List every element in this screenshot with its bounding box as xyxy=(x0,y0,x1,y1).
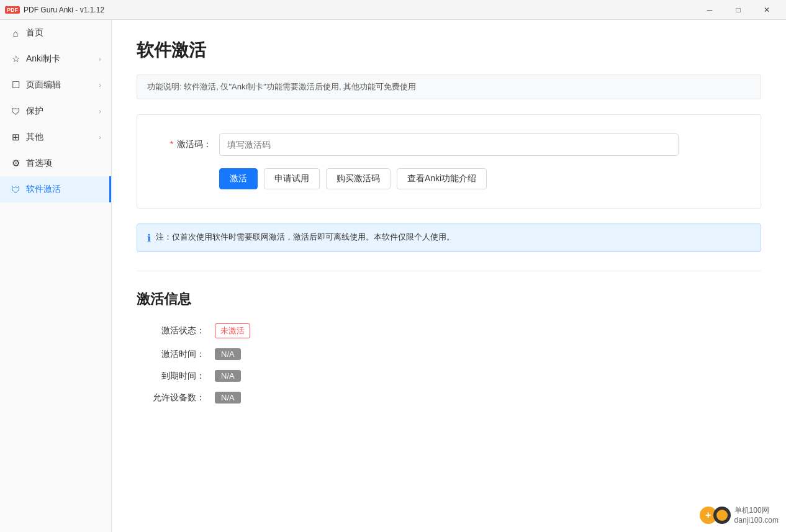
titlebar: PDF PDF Guru Anki - v1.1.12 ─ □ ✕ xyxy=(0,0,786,20)
sidebar-label-anki: Anki制卡 xyxy=(26,53,60,65)
main-content: 软件激活 功能说明: 软件激活, 仅"Anki制卡"功能需要激活后使用, 其他功… xyxy=(112,20,786,532)
watermark-logo: + xyxy=(700,507,731,524)
sidebar-item-home[interactable]: ⌂ 首页 xyxy=(0,20,111,46)
sidebar: ⌂ 首页 ☆ Anki制卡 › ☐ 页面编辑 › 🛡 保护 › ⊞ 其他 › ⚙… xyxy=(0,20,112,532)
divider xyxy=(137,271,761,271)
status-label: 激活状态： xyxy=(149,325,205,336)
app-title: PDF Guru Anki - v1.1.12 xyxy=(24,6,104,14)
sidebar-label-page-edit: 页面编辑 xyxy=(26,79,61,91)
note-text: 注：仅首次使用软件时需要联网激活，激活后即可离线使用。本软件仅限个人使用。 xyxy=(156,232,454,243)
devices-value: N/A xyxy=(215,392,241,404)
activation-code-label: * 激活码： xyxy=(162,139,212,150)
minimize-button[interactable]: ─ xyxy=(695,0,724,20)
trial-button[interactable]: 申请试用 xyxy=(264,168,320,189)
star-icon: ☆ xyxy=(10,53,21,65)
watermark-text-block: 单机100网 danji100.com xyxy=(734,505,779,525)
sidebar-item-page-edit[interactable]: ☐ 页面编辑 › xyxy=(0,72,111,98)
page-icon: ☐ xyxy=(10,79,21,91)
status-row: 激活状态： 未激活 xyxy=(149,323,761,338)
buttons-row: 激活 申请试用 购买激活码 查看Anki功能介绍 xyxy=(219,168,736,189)
expire-value: N/A xyxy=(215,370,241,382)
sidebar-label-preferences: 首选项 xyxy=(26,158,52,169)
activation-code-row: * 激活码： xyxy=(162,133,736,156)
sidebar-label-home: 首页 xyxy=(26,27,43,38)
watermark-url: danji100.com xyxy=(734,516,779,525)
activate-time-label: 激活时间： xyxy=(149,349,205,360)
time-row: 激活时间： N/A xyxy=(149,348,761,360)
chevron-down-icon-4: › xyxy=(99,133,101,141)
intro-button[interactable]: 查看Anki功能介绍 xyxy=(397,168,487,189)
label-text: 激活码： xyxy=(177,139,212,149)
shield-icon: 🛡 xyxy=(10,106,21,117)
sidebar-item-anki[interactable]: ☆ Anki制卡 › xyxy=(0,46,111,72)
expire-label: 到期时间： xyxy=(149,371,205,382)
activation-code-input[interactable] xyxy=(219,133,679,156)
chevron-down-icon: › xyxy=(99,55,101,63)
close-button[interactable]: ✕ xyxy=(752,0,781,20)
app-container: ⌂ 首页 ☆ Anki制卡 › ☐ 页面编辑 › 🛡 保护 › ⊞ 其他 › ⚙… xyxy=(0,20,786,532)
activation-info-title: 激活信息 xyxy=(137,290,761,309)
activation-info-table: 激活状态： 未激活 激活时间： N/A 到期时间： N/A 允许设备数： N/A xyxy=(149,323,761,404)
chevron-down-icon-2: › xyxy=(99,81,101,89)
gear-icon: ⚙ xyxy=(10,158,21,169)
info-icon: ℹ xyxy=(147,232,151,244)
pdf-icon: PDF xyxy=(5,6,20,14)
chevron-down-icon-3: › xyxy=(99,107,101,115)
watermark: + 单机100网 danji100.com xyxy=(700,505,779,525)
grid-icon: ⊞ xyxy=(10,132,21,143)
info-banner: 功能说明: 软件激活, 仅"Anki制卡"功能需要激活后使用, 其他功能可免费使… xyxy=(137,74,761,99)
activation-box: * 激活码： 激活 申请试用 购买激活码 查看Anki功能介绍 xyxy=(137,114,761,209)
note-box: ℹ 注：仅首次使用软件时需要联网激活，激活后即可离线使用。本软件仅限个人使用。 xyxy=(137,223,761,252)
sidebar-label-protect: 保护 xyxy=(26,106,43,117)
titlebar-left: PDF PDF Guru Anki - v1.1.12 xyxy=(5,6,104,14)
devices-row: 允许设备数： N/A xyxy=(149,392,761,404)
expire-row: 到期时间： N/A xyxy=(149,370,761,382)
sidebar-item-preferences[interactable]: ⚙ 首选项 xyxy=(0,150,111,176)
titlebar-controls: ─ □ ✕ xyxy=(695,0,781,20)
home-icon: ⌂ xyxy=(10,27,21,38)
sidebar-item-other[interactable]: ⊞ 其他 › xyxy=(0,124,111,150)
sidebar-item-activate[interactable]: 🛡 软件激活 xyxy=(0,176,111,202)
sidebar-label-activate: 软件激活 xyxy=(26,184,61,195)
watermark-circle-dark xyxy=(713,507,731,524)
page-title: 软件激活 xyxy=(137,38,761,62)
devices-label: 允许设备数： xyxy=(149,392,205,404)
maximize-button[interactable]: □ xyxy=(724,0,752,20)
required-mark: * xyxy=(170,139,173,149)
activate-time-value: N/A xyxy=(215,348,241,360)
status-badge: 未激活 xyxy=(215,323,250,338)
activate-button[interactable]: 激活 xyxy=(219,168,258,189)
watermark-site-name: 单机100网 xyxy=(734,505,779,516)
watermark-circle-inner xyxy=(716,510,728,521)
buy-button[interactable]: 购买激活码 xyxy=(326,168,391,189)
sidebar-item-protect[interactable]: 🛡 保护 › xyxy=(0,98,111,124)
sidebar-label-other: 其他 xyxy=(26,132,43,143)
activate-shield-icon: 🛡 xyxy=(10,184,21,195)
